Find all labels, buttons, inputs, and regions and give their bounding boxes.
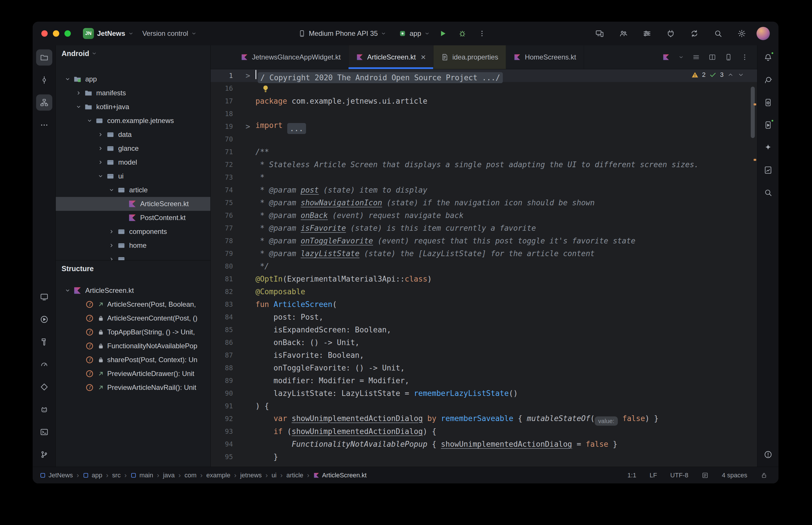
line-number[interactable]: 76 — [211, 209, 233, 222]
chevron-right-icon[interactable] — [107, 242, 116, 249]
line-number[interactable]: 83 — [211, 298, 233, 311]
gutter[interactable] — [233, 158, 255, 171]
project-tool-button[interactable] — [36, 49, 52, 65]
code-line[interactable]: 80 */ — [211, 260, 757, 273]
code-line[interactable]: 1>/ Copyright 2020 The Android Open Sour… — [211, 69, 757, 82]
version-control-tool-button[interactable] — [36, 447, 52, 463]
line-number[interactable]: 89 — [211, 374, 233, 387]
structure-item-topappbar-string-unit[interactable]: fTopAppBar(String, () -> Unit, — [56, 325, 210, 339]
line-number[interactable]: 74 — [211, 184, 233, 196]
code-line[interactable]: 18 — [211, 107, 757, 120]
line-number[interactable]: 78 — [211, 235, 233, 247]
file-writable-icon[interactable] — [761, 472, 768, 479]
code-line[interactable]: 91) { — [211, 400, 757, 412]
tab-articlescreen-kt[interactable]: ArticleScreen.kt× — [349, 45, 434, 69]
tab-idea-properties[interactable]: idea.properties — [433, 45, 506, 69]
code-line[interactable]: 71/** — [211, 146, 757, 158]
gutter[interactable] — [233, 438, 255, 450]
structure-item-functionalitynotavailablepop[interactable]: fFunctionalityNotAvailablePop — [56, 339, 210, 353]
next-problem-icon[interactable] — [737, 71, 744, 78]
code-line[interactable]: 84 post: Post, — [211, 311, 757, 324]
code-line[interactable]: 94 FunctionalityNotAvailablePopup { show… — [211, 438, 757, 450]
breadcrumb-com[interactable]: com — [184, 471, 196, 479]
zoom-window-button[interactable] — [64, 30, 71, 37]
inspections-widget[interactable]: 2 3 — [691, 71, 745, 78]
gutter[interactable] — [233, 285, 255, 298]
code-line[interactable]: 73 * — [211, 171, 757, 184]
breadcrumb-app[interactable]: app — [83, 471, 102, 479]
breadcrumb-articlescreen-kt[interactable]: ArticleScreen.kt — [313, 471, 367, 479]
line-number[interactable]: 77 — [211, 222, 233, 235]
gutter[interactable] — [233, 425, 255, 438]
minimize-window-button[interactable] — [53, 30, 59, 37]
project-tree-item-home[interactable]: home — [56, 239, 210, 252]
line-number[interactable]: 88 — [211, 362, 233, 374]
line-number[interactable]: 71 — [211, 146, 233, 158]
chevron-right-icon[interactable] — [95, 145, 105, 152]
gutter[interactable] — [233, 133, 255, 146]
running-devices-button[interactable] — [760, 117, 776, 133]
line-number[interactable]: 82 — [211, 285, 233, 298]
breadcrumb-example[interactable]: example — [206, 471, 230, 479]
running-devices-tool-button[interactable] — [36, 289, 52, 305]
line-number[interactable]: 93 — [211, 425, 233, 438]
code-line[interactable]: 81@OptIn(ExperimentalMaterial3Api::class… — [211, 273, 757, 285]
gutter[interactable] — [233, 336, 255, 349]
code-line[interactable]: 19>import ... — [211, 120, 757, 133]
chevron-down-icon[interactable] — [63, 287, 73, 294]
code-line[interactable]: 70 — [211, 133, 757, 146]
line-number[interactable]: 80 — [211, 260, 233, 273]
structure-item-previewarticledrawer-unit[interactable]: fPreviewArticleDrawer(): Unit — [56, 367, 210, 380]
code-line[interactable]: 75 * @param showNavigationIcon (state) i… — [211, 196, 757, 209]
plugins-button[interactable] — [664, 27, 677, 40]
settings-button[interactable] — [735, 27, 749, 40]
problems-button[interactable] — [760, 447, 776, 463]
device-manager-button[interactable] — [760, 94, 776, 110]
search-everywhere-button[interactable] — [711, 27, 725, 40]
gutter[interactable] — [233, 196, 255, 209]
gutter[interactable] — [233, 412, 255, 425]
code-line[interactable]: 95 } — [211, 450, 757, 463]
tab-jetnewsglanceappwidget-kt[interactable]: JetnewsGlanceAppWidget.kt — [233, 45, 349, 69]
line-separator[interactable]: LF — [650, 471, 657, 479]
run-tool-button[interactable] — [36, 311, 52, 328]
gutter[interactable]: > — [233, 120, 255, 133]
gutter[interactable] — [233, 247, 255, 260]
user-avatar[interactable] — [756, 27, 770, 40]
close-window-button[interactable] — [41, 30, 48, 37]
code-line[interactable]: 88 onToggleFavorite: () -> Unit, — [211, 362, 757, 374]
more-run-actions-button[interactable] — [475, 27, 489, 40]
code-line[interactable]: 83fun ArticleScreen( — [211, 298, 757, 311]
logcat-tool-button[interactable] — [36, 401, 52, 418]
gutter[interactable] — [233, 400, 255, 412]
gutter[interactable] — [233, 82, 255, 95]
project-tree-item-model[interactable]: model — [56, 155, 210, 169]
editor-list-icon[interactable] — [692, 54, 700, 61]
gradle-button[interactable] — [760, 72, 776, 88]
line-number[interactable]: 70 — [211, 133, 233, 146]
project-view-selector[interactable]: Android — [56, 45, 210, 61]
build-tool-button[interactable] — [36, 334, 52, 350]
device-selector[interactable]: Medium Phone API 35 — [298, 29, 386, 38]
more-tool-windows-button[interactable] — [36, 117, 52, 133]
code-line[interactable]: 85 isExpandedScreen: Boolean, — [211, 324, 757, 336]
line-number[interactable]: 1 — [211, 69, 233, 82]
commit-tool-button[interactable] — [36, 72, 52, 88]
line-number[interactable]: 85 — [211, 324, 233, 336]
hidden-tabs-kotlin-icon[interactable] — [662, 54, 670, 61]
project-tree-item-app[interactable]: app — [56, 72, 210, 86]
profiler-tool-button[interactable] — [36, 356, 52, 373]
code-line[interactable]: 82@Composable — [211, 285, 757, 298]
code-line[interactable]: 76 * @param onBack (event) request navig… — [211, 209, 757, 222]
run-button[interactable] — [436, 27, 449, 40]
code-line[interactable]: 17package com.example.jetnews.ui.article — [211, 95, 757, 107]
view-options-button[interactable] — [640, 27, 654, 40]
gutter[interactable] — [233, 324, 255, 336]
code-line[interactable]: 16 — [211, 82, 757, 95]
project-tree-item-components[interactable]: components — [56, 225, 210, 239]
structure-item-previewarticlenavrail-unit[interactable]: fPreviewArticleNavRail(): Unit — [56, 380, 210, 394]
line-number[interactable]: 84 — [211, 311, 233, 324]
structure-tool-button[interactable] — [36, 94, 52, 110]
gutter[interactable] — [233, 222, 255, 235]
chevron-down-icon[interactable] — [107, 186, 116, 194]
